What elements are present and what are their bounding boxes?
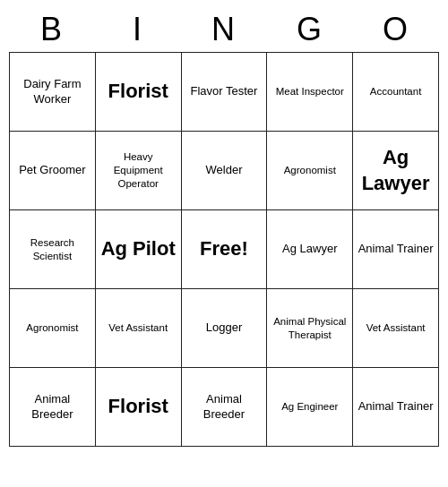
grid-cell: Ag Lawyer [353,132,439,210]
grid-cell: Flavor Tester [182,53,268,132]
header-letter: B [9,7,95,52]
grid-cell: Heavy Equipment Operator [96,132,182,210]
grid-cell: Ag Engineer [267,368,353,447]
header-letter: O [353,7,439,52]
grid-cell: Ag Lawyer [267,210,353,289]
header-letter: G [267,7,353,52]
grid-cell: Accountant [353,53,439,132]
grid-cell: Pet Groomer [10,132,96,210]
grid-cell: Animal Trainer [353,368,439,447]
grid-cell: Meat Inspector [267,53,353,132]
grid-cell: Florist [96,368,182,447]
grid-cell: Vet Assistant [353,289,439,368]
grid-cell: Agronomist [10,289,96,368]
header-letter: N [181,7,267,52]
grid-cell: Research Scientist [10,210,96,289]
grid-cell: Ag Pilot [96,210,182,289]
grid-cell: Animal Trainer [353,210,439,289]
header-letter: I [95,7,181,52]
grid-cell: Dairy Farm Worker [10,53,96,132]
grid-cell: Agronomist [267,132,353,210]
bingo-header: BINGO [9,7,439,52]
grid-cell: Vet Assistant [96,289,182,368]
bingo-card: BINGO Dairy Farm WorkerFloristFlavor Tes… [9,7,439,447]
grid-cell: Animal Breeder [182,368,268,447]
grid-cell: Animal Physical Therapist [267,289,353,368]
grid-cell: Free! [182,210,268,289]
bingo-grid: Dairy Farm WorkerFloristFlavor TesterMea… [9,52,439,447]
grid-cell: Florist [96,53,182,132]
grid-cell: Logger [182,289,268,368]
grid-cell: Animal Breeder [10,368,96,447]
grid-cell: Welder [182,132,268,210]
